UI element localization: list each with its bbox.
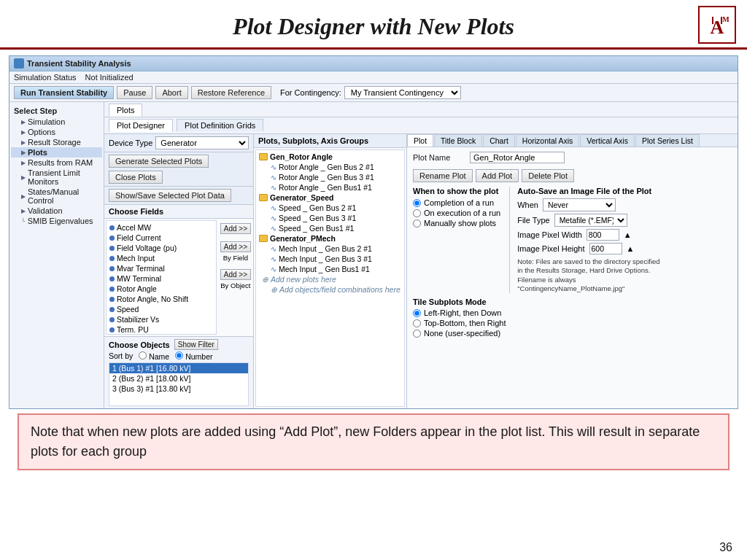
plot-name-input[interactable] xyxy=(470,152,565,163)
sort-number-radio[interactable] xyxy=(175,351,183,359)
sidebar-item-options[interactable]: ▶ Options xyxy=(11,127,102,137)
add-btn[interactable]: Add >> xyxy=(220,223,251,234)
image-height-input[interactable] xyxy=(589,243,622,254)
tree-item-mech-bus2[interactable]: ∿ Mech Input _ Gen Bus 2 #1 xyxy=(256,244,404,254)
radio-manually-input[interactable] xyxy=(413,219,421,228)
field-mech-input[interactable]: Mech Input xyxy=(107,253,216,263)
add-objects-combinations[interactable]: ⊕ Add objects/field combinations here xyxy=(256,284,404,295)
plot-right-tabs: Plot Title Block Chart Horizontal Axis V… xyxy=(407,134,738,147)
tree-item-speed-bus1[interactable]: ∿ Speed _ Gen Bus1 #1 xyxy=(256,223,404,233)
field-rotor-angle[interactable]: Rotor Angle xyxy=(107,284,216,294)
show-save-btn[interactable]: Show/Save Selected Plot Data xyxy=(109,189,231,202)
sidebar-item-results-ram[interactable]: ▶ Results from RAM xyxy=(11,158,102,168)
run-transient-btn[interactable]: Run Transient Stability xyxy=(14,86,114,99)
sidebar-item-simulation[interactable]: ▶ Simulation xyxy=(11,117,102,127)
add-plot-btn[interactable]: Add Plot xyxy=(476,169,519,182)
autosave-section: Auto-Save an Image File of the Plot When… xyxy=(509,187,663,293)
autosave-filetype-select[interactable]: Metafile (*.EMF) xyxy=(554,214,627,227)
object-bus3[interactable]: 3 (Bus 3) #1 [13.80 kV] xyxy=(109,384,248,394)
page-number: 36 xyxy=(719,541,732,554)
tree-item-rotor-bus2[interactable]: ∿ Rotor Angle _ Gen Bus 2 #1 xyxy=(256,162,404,172)
plot-left-panel: Device Type Generator Generate Selected … xyxy=(104,134,254,408)
device-type-select[interactable]: Generator xyxy=(155,136,249,149)
tree-item-speed-bus2[interactable]: ∿ Speed _ Gen Bus 2 #1 xyxy=(256,203,404,213)
tab-chart[interactable]: Chart xyxy=(483,134,515,147)
tab-plot-designer[interactable]: Plot Designer xyxy=(109,119,173,132)
wave-icon: ∿ xyxy=(271,225,276,233)
tree-item-mech-bus1[interactable]: ∿ Mech Input _ Gen Bus1 #1 xyxy=(256,264,404,274)
tree-item-speed-bus3[interactable]: ∿ Speed _ Gen Bus 3 #1 xyxy=(256,213,404,223)
by-field-label: By Field xyxy=(220,254,251,262)
sidebar-item-result-storage[interactable]: ▶ Result Storage xyxy=(11,137,102,147)
tile-left-right-radio[interactable] xyxy=(413,309,421,317)
choose-fields-header: Choose Fields xyxy=(104,205,253,219)
object-bus2[interactable]: 2 (Bus 2) #1 [18.00 kV] xyxy=(109,373,248,384)
image-width-input[interactable] xyxy=(587,229,619,241)
add-new-plots[interactable]: ⊕ Add new plots here xyxy=(256,274,404,284)
sort-name-radio[interactable] xyxy=(139,351,147,359)
tab-vertical-axis[interactable]: Vertical Axis xyxy=(580,134,635,147)
arrow-icon: ▶ xyxy=(21,119,26,125)
object-bus1[interactable]: 1 (Bus 1) #1 [16.80 kV] xyxy=(109,363,248,373)
height-spinner-up[interactable]: ▲ xyxy=(627,244,635,253)
show-filter-btn[interactable]: Show Filter xyxy=(174,339,218,350)
radio-execution-input[interactable] xyxy=(413,209,421,217)
tile-top-bottom-radio[interactable] xyxy=(413,319,421,327)
tab-title-block[interactable]: Title Block xyxy=(434,134,482,147)
sidebar-item-manual-control[interactable]: ▶ States/Manual Control xyxy=(11,187,102,206)
folder-gen-rotor-angle[interactable]: Gen_Rotor Angle xyxy=(256,152,404,162)
tab-horizontal-axis[interactable]: Horizontal Axis xyxy=(516,134,579,147)
plot-name-label: Plot Name xyxy=(413,153,464,162)
field-term-pu[interactable]: Term. PU xyxy=(107,324,216,335)
add-by-field-btn[interactable]: Add >> xyxy=(220,241,251,252)
radio-completion-input[interactable] xyxy=(413,199,421,207)
when-show-label: When to show the plot xyxy=(413,187,500,195)
app-icon xyxy=(14,58,24,69)
folder-icon xyxy=(259,235,268,242)
sidebar-item-smib[interactable]: └ SMIB Eigenvalues xyxy=(11,216,102,226)
tab-plots[interactable]: Plots xyxy=(109,104,142,117)
field-stabilizer-vs[interactable]: Stabilizer Vs xyxy=(107,314,216,324)
tree-item-rotor-bus3[interactable]: ∿ Rotor Angle _ Gen Bus 3 #1 xyxy=(256,172,404,182)
tab-plot-definition-grids[interactable]: Plot Definition Grids xyxy=(177,119,263,131)
field-field-current[interactable]: Field Current xyxy=(107,233,216,243)
autosave-height-row: Image Pixel Height ▲ xyxy=(517,243,663,254)
generate-plots-btn[interactable]: Generate Selected Plots xyxy=(109,155,209,168)
field-rotor-angle-no-shift[interactable]: Rotor Angle, No Shift xyxy=(107,294,216,304)
logo: A M xyxy=(698,6,736,47)
contingency-select[interactable]: My Transient Contingency xyxy=(344,86,461,99)
folder-generator-pmech[interactable]: Generator_PMech xyxy=(256,233,404,244)
field-accel-mw[interactable]: Accel MW xyxy=(107,222,216,233)
field-mw-terminal[interactable]: MW Terminal xyxy=(107,273,216,284)
menu-not-initialized: Not Initialized xyxy=(85,73,133,82)
tree-item-rotor-bus1[interactable]: ∿ Rotor Angle _ Gen Bus1 #1 xyxy=(256,182,404,192)
field-speed[interactable]: Speed xyxy=(107,304,216,314)
field-dot-icon xyxy=(109,297,115,302)
sidebar-item-limit-monitors[interactable]: ▶ Transient Limit Monitors xyxy=(11,168,102,187)
autosave-when-select[interactable]: Never xyxy=(543,198,616,211)
add-objects-icon: ⊕ xyxy=(271,285,277,294)
plot-right-panel: Plot Title Block Chart Horizontal Axis V… xyxy=(407,134,738,408)
menu-simulation-status[interactable]: Simulation Status xyxy=(14,73,77,82)
delete-plot-btn[interactable]: Delete Plot xyxy=(522,169,574,182)
tile-none-radio[interactable] xyxy=(413,330,421,338)
add-by-object-btn[interactable]: Add >> xyxy=(220,269,251,280)
sidebar-item-validation[interactable]: ▶ Validation xyxy=(11,206,102,216)
tile-left-right: Left-Right, then Down xyxy=(413,308,732,317)
tab-plot[interactable]: Plot xyxy=(407,134,433,147)
tile-mode-label: Tile Subplots Mode xyxy=(413,298,732,306)
autosave-when-row: When Never xyxy=(517,198,663,211)
tab-plot-series-list[interactable]: Plot Series List xyxy=(635,134,700,147)
close-plots-btn[interactable]: Close Plots xyxy=(109,171,163,184)
field-field-voltage[interactable]: Field Voltage (pu) xyxy=(107,243,216,253)
sort-by-group: Sort by Name Number xyxy=(109,351,249,361)
rename-plot-btn[interactable]: Rename Plot xyxy=(413,169,473,182)
abort-btn[interactable]: Abort xyxy=(155,86,187,99)
width-spinner-up[interactable]: ▲ xyxy=(624,230,632,239)
folder-generator-speed[interactable]: Generator_Speed xyxy=(256,192,404,203)
pause-btn[interactable]: Pause xyxy=(117,86,152,99)
sidebar-item-plots[interactable]: ▶ Plots xyxy=(11,147,102,158)
restore-reference-btn[interactable]: Restore Reference xyxy=(191,86,271,99)
field-mvar-terminal[interactable]: Mvar Terminal xyxy=(107,263,216,273)
tree-item-mech-bus3[interactable]: ∿ Mech Input _ Gen Bus 3 #1 xyxy=(256,254,404,264)
